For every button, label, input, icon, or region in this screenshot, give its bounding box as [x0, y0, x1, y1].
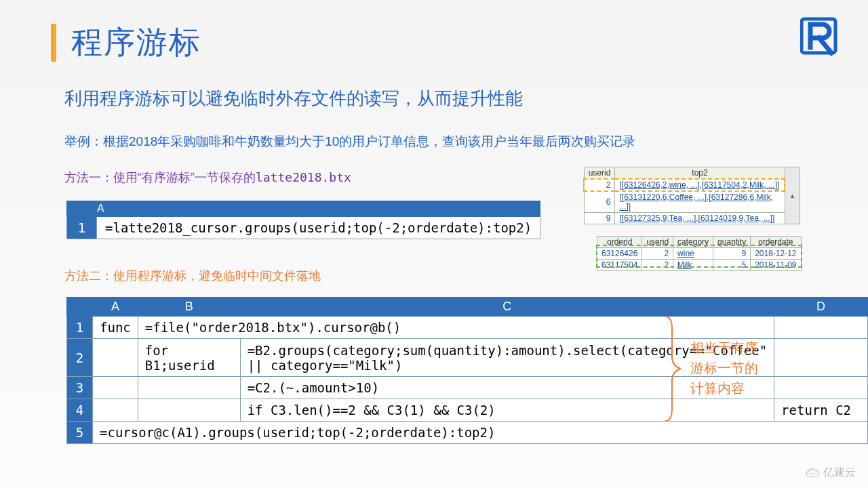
table2-corner [67, 298, 93, 317]
r-logo-icon [800, 16, 848, 57]
brace-icon [663, 315, 682, 422]
table2-hdr-c: C [240, 298, 774, 317]
table2-hdr-d: D [774, 298, 868, 317]
result-table-1: userid top2 ▲ 2 [[63126426,2,wine, ...],… [583, 167, 800, 224]
method1-label: 方法一：使用“有序游标”一节保存的latte2018.btx [64, 169, 351, 186]
method1-filename: latte2018.btx [256, 170, 351, 184]
table-row: 63117504 2 Milk 5 2018-11-09 [597, 260, 802, 271]
scrollbar[interactable]: ▲ [785, 167, 800, 224]
table1-cell-a1: =latte2018_cursor.groups(userid;top(-2;o… [97, 217, 540, 239]
watermark: 亿速云 [804, 466, 856, 480]
cloud-icon [804, 467, 821, 479]
svg-point-2 [814, 473, 815, 474]
table-row: 2 [[63126426,2,wine, ...],[63117504,2,Mi… [584, 179, 800, 191]
title-accent-bar [51, 24, 56, 62]
result-table-2: orderid userid category quantity orderda… [597, 236, 802, 271]
table-row: 1 func =file("order2018.btx").cursor@b() [67, 317, 868, 339]
res1-hdr-top2: top2 [615, 167, 785, 180]
code-table-1: A 1 =latte2018_cursor.groups(userid;top(… [66, 201, 540, 239]
table-row: 4 if C3.len()==2 && C3(1) && C3(2) retur… [67, 399, 868, 422]
table2-hdr-a: A [93, 298, 138, 317]
table1-header-a: A [97, 201, 540, 217]
brace-annotation: 相当于有序 游标一节的 计算内容 [690, 338, 758, 399]
subtitle: 利用程序游标可以避免临时外存文件的读写，从而提升性能 [64, 87, 523, 110]
table-row: 63126426 2 wine 9 2018-12-12 [597, 248, 802, 260]
table-row: 5 =cursor@c(A1).groups(userid;top(-2;ord… [67, 422, 868, 444]
table1-corner [67, 201, 97, 217]
slide-title: 程序游标 [51, 22, 201, 64]
method2-label: 方法二：使用程序游标，避免临时中间文件落地 [64, 268, 321, 284]
method1-prefix: 方法一：使用“有序游标”一节保存的 [64, 171, 256, 184]
res1-hdr-userid: userid [584, 167, 615, 180]
brand-logo [800, 16, 848, 60]
scroll-up-icon[interactable]: ▲ [789, 192, 795, 199]
table1-rownum: 1 [67, 217, 97, 239]
table-row: 9 [[63127325,9,Tea, ...],[63124019,9,Tea… [584, 213, 800, 224]
table-row: 1 =latte2018_cursor.groups(userid;top(-2… [67, 217, 540, 239]
svg-point-1 [810, 473, 812, 474]
watermark-text: 亿速云 [823, 466, 856, 480]
table2-hdr-b: B [138, 298, 240, 317]
table-row: 6 [[63131220,6,Coffee, ...],[63127286,6,… [584, 191, 800, 213]
example-text: 举例：根据2018年采购咖啡和牛奶数量均大于10的用户订单信息，查询该用户当年最… [64, 133, 635, 150]
page-title: 程序游标 [71, 22, 201, 64]
curly-brace [663, 315, 682, 422]
